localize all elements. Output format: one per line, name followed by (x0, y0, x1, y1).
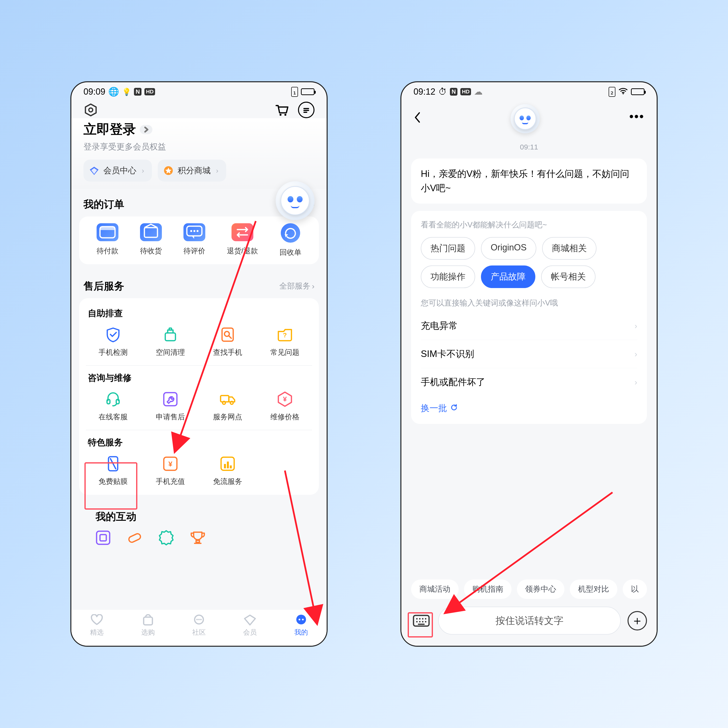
request-aftersale[interactable]: 申请售后 (143, 389, 197, 424)
online-service[interactable]: 在线客服 (86, 389, 140, 424)
bottom-tabs: 精选 选购 社区 会员 我的 (71, 610, 327, 646)
free-data[interactable]: 免流服务 (200, 454, 255, 488)
messages-icon[interactable] (298, 102, 315, 118)
question-broken[interactable]: 手机或配件坏了› (421, 368, 637, 396)
yen-hex-icon: ¥ (277, 391, 294, 408)
heart-icon (90, 614, 104, 626)
all-services-link[interactable]: 全部服务 › (279, 281, 315, 291)
chevron-right-icon: › (312, 282, 315, 291)
svg-rect-42 (144, 617, 152, 625)
tab-shop[interactable]: 选购 (141, 614, 155, 637)
quick-chip-row[interactable]: 商城活动 购机指南 领券中心 机型对比 以 (401, 580, 657, 604)
faq[interactable]: ? 常见问题 (258, 325, 312, 359)
qchip-coupon[interactable]: 领券中心 (517, 580, 564, 599)
badge-n-icon: N (134, 88, 141, 96)
svg-line-22 (229, 336, 231, 338)
cart-icon[interactable] (274, 102, 289, 118)
svg-text:¥: ¥ (283, 395, 287, 403)
folder-q-icon: ? (277, 326, 294, 343)
svg-point-55 (416, 618, 418, 619)
keyboard-toggle[interactable] (411, 610, 431, 631)
chip-originos[interactable]: OriginOS (481, 237, 536, 260)
svg-rect-37 (227, 462, 229, 468)
chat-timestamp: 09:11 (401, 143, 657, 151)
more-icon[interactable]: ••• (630, 110, 644, 123)
svg-point-15 (190, 230, 192, 232)
question-sim[interactable]: SIM卡不识别› (421, 340, 637, 368)
star-badge-icon (163, 165, 174, 176)
trophy-icon[interactable] (189, 529, 206, 546)
chart-icon (219, 455, 236, 472)
card-square-icon[interactable] (95, 529, 112, 546)
svg-point-59 (416, 621, 418, 622)
storage-clean[interactable]: 空间清理 (143, 325, 197, 359)
qchip-buy-guide[interactable]: 购机指南 (464, 580, 512, 599)
bot-avatar[interactable] (511, 104, 540, 133)
settings-hex-icon[interactable] (84, 102, 98, 117)
chip-account[interactable]: 帐号相关 (541, 266, 595, 288)
wrench-square-icon (162, 391, 179, 408)
hold-to-speak[interactable]: 按住说话转文字 (438, 607, 621, 635)
chip-hot[interactable]: 热门问题 (421, 237, 475, 260)
tab-profile[interactable]: 我的 (294, 614, 308, 637)
svg-rect-20 (222, 328, 233, 341)
service-network[interactable]: 服务网点 (200, 389, 255, 424)
wifi-icon (618, 87, 628, 97)
qchip-compare[interactable]: 机型对比 (570, 580, 617, 599)
battery-icon (631, 88, 644, 95)
headset-icon (105, 391, 122, 408)
badge-outline-icon[interactable] (158, 529, 175, 546)
order-recycle[interactable]: 回收单 (280, 223, 301, 257)
clock: 09:09 (84, 87, 105, 97)
svg-rect-40 (100, 535, 106, 541)
chip-mall[interactable]: 商城相关 (542, 237, 596, 260)
refresh-link[interactable]: 换一批 (421, 402, 637, 414)
card-hint: 看看全能的小V都能解决什么问题吧~ (421, 220, 637, 230)
battery-icon (301, 88, 315, 95)
bot-avatar[interactable] (276, 181, 315, 220)
chip-fault[interactable]: 产品故障 (481, 266, 535, 288)
svg-point-45 (198, 619, 200, 620)
truck-icon (219, 391, 236, 408)
points-mall-pill[interactable]: 积分商城 › (158, 160, 226, 182)
svg-point-53 (623, 93, 624, 95)
tab-community[interactable]: 社区 (192, 614, 206, 637)
svg-rect-36 (224, 464, 226, 468)
qchip-more[interactable]: 以 (623, 580, 647, 599)
pill-icon[interactable] (126, 529, 143, 546)
status-bar: 09:12 ⏱ N HD ☁ ₂ (401, 82, 657, 99)
cloud-icon: ☁ (474, 87, 483, 97)
tab-member[interactable]: 会员 (243, 614, 257, 637)
phone-check[interactable]: 手机检测 (86, 325, 140, 359)
member-center-pill[interactable]: 会员中心 › (84, 160, 152, 182)
svg-point-44 (196, 619, 198, 620)
chat-screen: 09:12 ⏱ N HD ☁ ₂ ••• 09:11 Hi，亲爱的V粉，新年快乐… (401, 81, 658, 647)
svg-marker-0 (86, 104, 96, 116)
login-link[interactable]: 立即登录 (84, 121, 315, 138)
svg-point-62 (425, 621, 427, 622)
badge-hd-icon: HD (144, 88, 155, 95)
more-input-button[interactable]: ＋ (627, 611, 647, 630)
qchip-mall-activity[interactable]: 商城活动 (411, 580, 459, 599)
repair-price[interactable]: ¥ 维修价格 (258, 389, 312, 424)
order-pending-receive[interactable]: 待收货 (140, 223, 162, 257)
tab-featured[interactable]: 精选 (90, 614, 104, 637)
back-button[interactable] (413, 111, 421, 127)
chevron-right-icon: › (635, 377, 637, 387)
svg-point-57 (422, 618, 424, 619)
order-pending-review[interactable]: 待评价 (184, 223, 205, 257)
question-list: 充电异常› SIM卡不识别› 手机或配件坏了› (421, 312, 637, 396)
svg-rect-39 (96, 531, 110, 544)
order-refund[interactable]: 退货/退款 (227, 223, 258, 257)
find-phone[interactable]: 查找手机 (200, 325, 255, 359)
hint2: 您可以直接输入关键词或像这样问小V哦 (421, 298, 637, 309)
yen-square-icon: ¥ (162, 455, 179, 472)
phone-recharge[interactable]: ¥ 手机充值 (143, 454, 197, 488)
question-charge[interactable]: 充电异常› (421, 312, 637, 340)
bag-icon (141, 614, 155, 626)
badge-hd-icon: HD (460, 88, 471, 95)
order-pending-pay[interactable]: 待付款 (96, 223, 118, 257)
svg-point-56 (419, 618, 421, 619)
chip-function[interactable]: 功能操作 (421, 266, 475, 288)
free-film[interactable]: 免费贴膜 (86, 454, 140, 488)
